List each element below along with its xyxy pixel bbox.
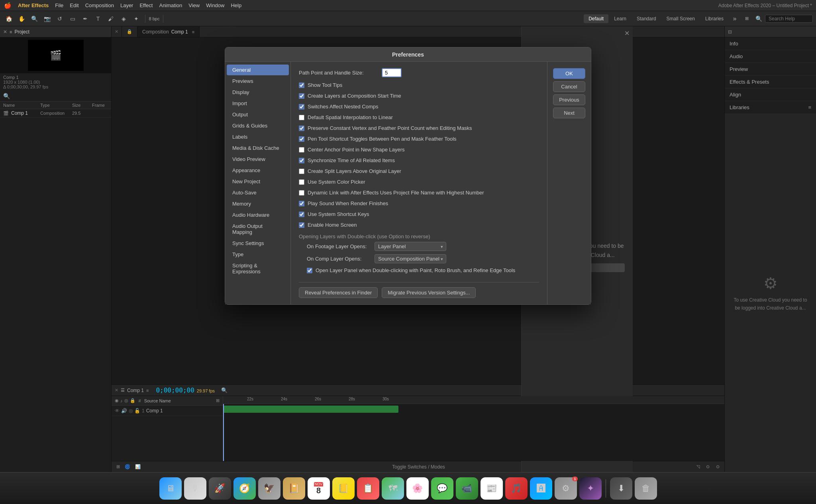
pref-type[interactable]: Type (227, 249, 289, 260)
dynamic-link-checkbox[interactable] (299, 190, 304, 196)
col-header-name[interactable]: Name (3, 103, 40, 108)
pref-audio-hw[interactable]: Audio Hardware (227, 210, 289, 220)
create-split-checkbox[interactable] (299, 169, 304, 174)
on-comp-select[interactable]: Source Composition Panel Comp Panel (375, 254, 446, 263)
dock-appstore[interactable]: 🅰 (530, 477, 552, 500)
right-panel-audio[interactable]: Audio (725, 50, 816, 63)
pref-grids[interactable]: Grids & Guides (227, 120, 289, 131)
clone-tool[interactable]: ◈ (118, 14, 129, 24)
menu-file[interactable]: File (55, 2, 63, 8)
cc-close-icon[interactable]: ✕ (624, 29, 630, 37)
timeline-tracks[interactable]: 22s 24s 26s 28s 30s (223, 396, 724, 461)
paint-tool[interactable]: 🖌 (105, 14, 116, 24)
playhead[interactable] (223, 404, 224, 461)
timeline-track-comp1[interactable]: 👁 🔊 ◎ 🔓 1 Comp 1 (112, 406, 223, 416)
track-solo-icon[interactable]: ◎ (129, 408, 133, 414)
dock-launchpad[interactable]: 🚀 (209, 477, 231, 500)
expand-icon[interactable]: ⊞ (216, 398, 220, 403)
dock-messages[interactable]: 💬 (431, 477, 453, 500)
track-audio-icon[interactable]: 🔊 (121, 408, 127, 414)
project-search-input[interactable] (12, 92, 108, 100)
graph-icon[interactable]: 📊 (135, 464, 141, 469)
dock-notes[interactable]: 📒 (332, 477, 355, 500)
path-point-input[interactable] (382, 68, 402, 77)
rotate-tool[interactable]: ↺ (54, 14, 65, 24)
project-panel-close[interactable]: ✕ (3, 29, 7, 35)
dock-facetime[interactable]: 📹 (456, 477, 478, 500)
enable-home-checkbox[interactable] (299, 222, 304, 228)
track-lock-icon[interactable]: 🔓 (134, 408, 140, 414)
project-item-comp1[interactable]: 🎬 Comp 1 Composition 29.5 (0, 109, 111, 118)
home-button[interactable]: 🏠 (3, 14, 14, 24)
pref-labels[interactable]: Labels (227, 131, 289, 142)
workspace-tab-standard[interactable]: Standard (632, 14, 661, 23)
zoom-tool[interactable]: 🔍 (29, 14, 40, 24)
dock-music[interactable]: 🎵 (505, 477, 528, 500)
next-button[interactable]: Next (553, 108, 585, 118)
col-header-type[interactable]: Type (40, 103, 72, 108)
pref-appearance[interactable]: Appearance (227, 165, 289, 176)
dock-aftereffects[interactable]: ✦ (579, 477, 602, 500)
menu-window[interactable]: Window (206, 2, 224, 8)
solo2-icon[interactable]: ◎ (124, 398, 128, 403)
motion-blur-icon[interactable]: 🌀 (125, 464, 130, 469)
puppet-tool[interactable]: ✦ (131, 14, 142, 24)
timeline-close[interactable]: ✕ (115, 388, 118, 393)
dock-trash[interactable]: 🗑 (635, 477, 657, 500)
audio-icon[interactable]: ♪ (120, 398, 123, 403)
search-help-input[interactable] (765, 15, 813, 23)
menu-effect[interactable]: Effect (139, 2, 153, 8)
center-anchor-checkbox[interactable] (299, 147, 304, 153)
dock-migrate[interactable]: 🦅 (258, 477, 280, 500)
text-tool[interactable]: T (92, 14, 104, 24)
hand-tool[interactable]: ✋ (16, 14, 27, 24)
right-panel-libraries[interactable]: Libraries ≡ (725, 101, 816, 114)
right-panel-align[interactable]: Align (725, 88, 816, 101)
search-button[interactable]: 🔍 (753, 14, 764, 24)
pref-scripting[interactable]: Scripting & Expressions (227, 260, 289, 277)
camera-tool[interactable]: 📷 (41, 14, 53, 24)
pref-video[interactable]: Video Preview (227, 154, 289, 165)
pref-media[interactable]: Media & Disk Cache (227, 143, 289, 153)
workspace-tab-default[interactable]: Default (584, 14, 608, 23)
cancel-button[interactable]: Cancel (553, 81, 585, 92)
playback-start[interactable]: ⊙ (706, 464, 710, 469)
pref-memory[interactable]: Memory (227, 198, 289, 209)
dock-reminders[interactable]: 📋 (357, 477, 379, 500)
workspace-tab-smallscreen[interactable]: Small Screen (662, 14, 700, 23)
right-panel-info[interactable]: Info (725, 37, 816, 50)
right-panel-effects[interactable]: Effects & Presets (725, 76, 816, 88)
pref-auto-save[interactable]: Auto-Save (227, 187, 289, 198)
system-color-checkbox[interactable] (299, 179, 304, 185)
tab-comp1[interactable]: Composition Comp 1 ≡ (137, 26, 200, 37)
open-layer-panel-checkbox[interactable] (307, 268, 312, 273)
create-layers-checkbox[interactable] (299, 93, 304, 99)
play-sound-checkbox[interactable] (299, 201, 304, 206)
dock-systemprefs[interactable]: ⚙ 1 (555, 477, 577, 500)
workspace-tab-learn[interactable]: Learn (609, 14, 631, 23)
pen-tool-checkbox[interactable] (299, 136, 304, 142)
timeline-menu[interactable]: ≡ (146, 388, 149, 393)
solo-icon[interactable]: ◉ (115, 398, 119, 403)
col-header-size[interactable]: Size (72, 103, 92, 108)
apple-menu[interactable]: 🍎 (4, 2, 12, 9)
right-panel-preview[interactable]: Preview (725, 63, 816, 76)
timeline-search-btn[interactable]: 🔍 (221, 387, 228, 393)
pref-output[interactable]: Output (227, 109, 289, 120)
dock-maps[interactable]: 🗺 (382, 477, 404, 500)
preserve-constant-checkbox[interactable] (299, 126, 304, 131)
synchronize-time-checkbox[interactable] (299, 158, 304, 163)
timeline-bar-comp1[interactable] (223, 406, 398, 413)
tab-x-icon[interactable]: ✕ (115, 29, 118, 34)
menu-edit[interactable]: Edit (70, 2, 78, 8)
pref-display[interactable]: Display (227, 87, 289, 98)
migrate-settings-button[interactable]: Migrate Previous Version Settings... (382, 287, 476, 298)
on-footage-select[interactable]: Layer Panel Comp Viewer Panel (375, 242, 446, 251)
libraries-menu-icon[interactable]: ≡ (808, 104, 811, 110)
dock-finder[interactable]: 🖥 (159, 477, 182, 500)
workspace-tab-libraries[interactable]: Libraries (700, 14, 728, 23)
menu-help[interactable]: Help (231, 2, 241, 8)
toggle-3d[interactable]: 8 bpc (149, 14, 160, 24)
pref-audio-out[interactable]: Audio Output Mapping (227, 221, 289, 237)
previous-button[interactable]: Previous (553, 94, 585, 105)
